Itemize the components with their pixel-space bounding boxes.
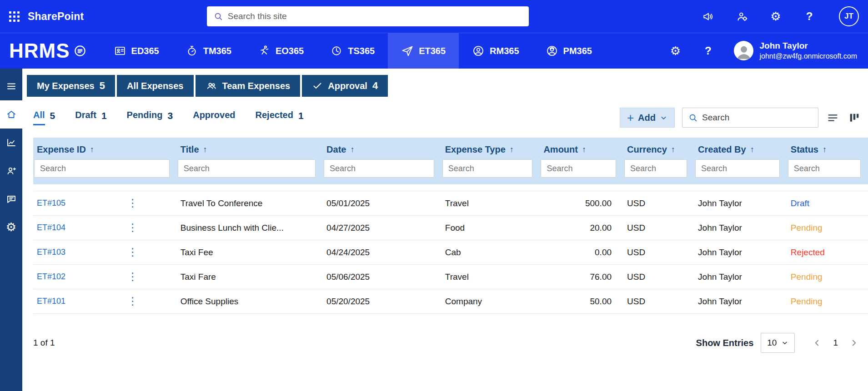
column-header-amount[interactable]: Amount↑ <box>540 138 623 158</box>
sharepoint-brand[interactable]: SharePoint <box>28 10 84 23</box>
search-amount-input[interactable] <box>541 159 616 178</box>
nav-item-pm365[interactable]: PM365 <box>532 33 605 69</box>
sidebar-item-home[interactable] <box>0 100 22 129</box>
expense-id-link[interactable]: ET#104 <box>37 223 65 233</box>
filter-all[interactable]: All 5 <box>33 110 55 125</box>
app-settings-gear-icon[interactable]: ⚙ <box>668 44 682 58</box>
search-status-input[interactable] <box>788 159 861 178</box>
nav-item-label: TS365 <box>348 46 375 56</box>
filter-count-badge: 1 <box>298 110 304 125</box>
help-icon[interactable]: ? <box>803 10 816 23</box>
table-footer: 1 of 1 Show Entries 10 1 <box>33 333 859 353</box>
nav-item-tm365[interactable]: TM365 <box>172 33 245 69</box>
next-page-button[interactable] <box>849 338 859 348</box>
sidebar-item-settings[interactable]: ⚙ <box>0 213 22 241</box>
nav-item-eo365[interactable]: EO365 <box>245 33 317 69</box>
tab-team-expenses[interactable]: Team Expenses <box>196 75 301 97</box>
user-card[interactable]: John Taylor johnt@zw4fg.onmicrosoft.com <box>734 40 857 61</box>
sidebar-item-feedback[interactable] <box>0 185 22 213</box>
cell-created-by: John Taylor <box>694 297 787 307</box>
chevron-down-icon <box>660 114 667 122</box>
hrms-logo-text: HRMS <box>9 40 70 62</box>
filter-count-badge: 5 <box>50 110 55 125</box>
row-actions-button[interactable]: ⋮ <box>127 272 139 282</box>
account-settings-icon <box>736 10 748 23</box>
table-row[interactable]: ET#102⋮ Taxi Fare 05/06/2025 Travel 76.0… <box>33 265 868 289</box>
tab-all-expenses[interactable]: All Expenses <box>117 75 194 97</box>
avatar[interactable]: JT <box>839 6 859 26</box>
tm365-icon <box>186 45 198 57</box>
expense-id-link[interactable]: ET#103 <box>37 247 65 257</box>
column-header-expense-id[interactable]: Expense ID↑ <box>33 138 177 158</box>
column-header-currency[interactable]: Currency↑ <box>623 138 694 158</box>
nav-item-label: PM365 <box>563 46 592 56</box>
filter-approved[interactable]: Approved <box>193 110 235 125</box>
cell-title: Business Lunch with Clie... <box>177 223 323 233</box>
gear-icon[interactable]: ⚙ <box>769 10 783 23</box>
table-row[interactable]: ET#103⋮ Taxi Fee 04/24/2025 Cab 0.00 USD… <box>33 240 868 265</box>
filter-pending[interactable]: Pending 3 <box>127 110 173 125</box>
list-search-box[interactable] <box>682 108 818 128</box>
expenses-table: Expense ID↑ Title↑ Date↑ Expense Type↑ A… <box>33 138 868 314</box>
expense-id-link[interactable]: ET#101 <box>37 297 65 306</box>
tab-my-expenses[interactable]: My Expenses 5 <box>27 75 115 97</box>
view-density-button[interactable] <box>826 111 840 125</box>
table-row[interactable]: ET#101⋮ Office Supplies 05/20/2025 Compa… <box>33 289 868 314</box>
column-header-created-by[interactable]: Created By↑ <box>694 138 787 158</box>
search-created-by-input[interactable] <box>695 159 780 178</box>
list-search-input[interactable] <box>702 113 813 123</box>
user-plus-icon <box>6 165 17 176</box>
expense-id-link[interactable]: ET#102 <box>37 272 65 282</box>
entries-per-page-select[interactable]: 10 <box>761 333 795 353</box>
row-actions-button[interactable]: ⋮ <box>127 247 139 257</box>
nav-item-rm365[interactable]: RM365 <box>459 33 532 69</box>
column-header-date[interactable]: Date↑ <box>323 138 442 158</box>
table-row[interactable]: ET#105⋮ Travel To Conference 05/01/2025 … <box>33 191 868 216</box>
tab-count-badge: 5 <box>100 80 105 92</box>
app-help-icon[interactable]: ? <box>701 44 715 58</box>
cell-expense-type: Food <box>442 223 540 233</box>
plus-icon: + <box>627 112 634 124</box>
row-actions-button[interactable]: ⋮ <box>127 223 139 233</box>
feedback-icon <box>6 193 17 204</box>
account-settings-button[interactable] <box>735 10 749 23</box>
column-header-title[interactable]: Title↑ <box>177 138 323 158</box>
app-bar-right: ⚙ ? John Taylor johnt@zw4fg.onmicrosoft.… <box>668 40 868 61</box>
search-currency-input[interactable] <box>624 159 687 178</box>
cell-expense-type: Travel <box>442 198 540 208</box>
expense-id-link[interactable]: ET#105 <box>37 198 65 208</box>
row-actions-button[interactable]: ⋮ <box>127 198 139 208</box>
nav-item-ed365[interactable]: ED365 <box>100 33 172 69</box>
cell-title: Office Supplies <box>177 297 323 307</box>
site-search-box[interactable] <box>207 6 529 26</box>
search-title-input[interactable] <box>178 159 316 178</box>
column-header-expense-type[interactable]: Expense Type↑ <box>442 138 540 158</box>
search-date-input[interactable] <box>324 159 434 178</box>
row-actions-button[interactable]: ⋮ <box>127 296 139 307</box>
announcements-button[interactable] <box>702 10 715 23</box>
add-button[interactable]: + Add <box>620 108 675 128</box>
search-expense-id-input[interactable] <box>34 159 170 178</box>
cell-expense-type: Cab <box>442 247 540 257</box>
site-search-input[interactable] <box>228 11 522 21</box>
sidebar-item-user-approvals[interactable] <box>0 157 22 185</box>
sidebar-menu-button[interactable] <box>0 72 22 100</box>
nav-item-et365[interactable]: ET365 <box>388 33 459 69</box>
choose-columns-button[interactable] <box>847 110 862 125</box>
nav-item-ts365[interactable]: TS365 <box>317 33 388 69</box>
page-number[interactable]: 1 <box>833 338 838 348</box>
cell-created-by: John Taylor <box>694 247 787 257</box>
column-header-status[interactable]: Status↑ <box>787 138 868 158</box>
sidebar-item-analytics[interactable] <box>0 129 22 157</box>
table-row[interactable]: ET#104⋮ Business Lunch with Clie... 04/2… <box>33 216 868 240</box>
tab-approval[interactable]: Approval 4 <box>302 75 388 97</box>
app-nav: ED365 TM365 EO365 TS365 ET365 RM365 PM36… <box>100 33 605 69</box>
filter-rejected[interactable]: Rejected 1 <box>256 110 304 125</box>
hrms-logo[interactable]: HRMS <box>9 40 87 62</box>
filter-draft[interactable]: Draft 1 <box>75 110 106 125</box>
search-expense-type-input[interactable] <box>442 159 533 178</box>
previous-page-button[interactable] <box>812 338 822 348</box>
sort-asc-icon: ↑ <box>90 145 94 154</box>
cell-expense-type: Company <box>442 297 540 307</box>
app-launcher-button[interactable] <box>9 11 20 22</box>
